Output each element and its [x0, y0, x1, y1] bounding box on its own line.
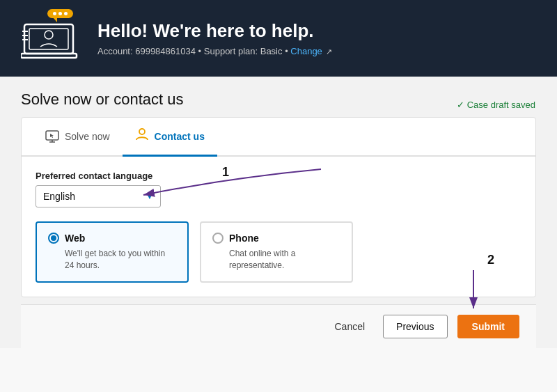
submit-button[interactable]: Submit	[457, 315, 519, 338]
tab-solve-now-label: Solve now	[65, 131, 110, 142]
language-select[interactable]: English Spanish French German Japanese	[36, 185, 161, 207]
external-link-icon: ↗	[326, 47, 332, 56]
cancel-button[interactable]: Cancel	[326, 315, 373, 338]
laptop-icon	[21, 10, 84, 66]
contact-options: Web We'll get back to you within 24 hour…	[36, 221, 521, 283]
language-select-wrapper: English Spanish French German Japanese ▼	[36, 185, 161, 207]
header-text: Hello! We're here to help. Account: 6999…	[97, 20, 332, 56]
tab-contact-us-label: Contact us	[155, 131, 205, 142]
person-icon	[135, 127, 149, 141]
account-number: Account: 699984861034	[97, 46, 196, 56]
radio-phone	[212, 233, 223, 244]
tab-solve-now[interactable]: Solve now	[33, 118, 123, 157]
speech-bubble	[47, 9, 73, 18]
contact-option-web[interactable]: Web We'll get back to you within 24 hour…	[36, 221, 189, 283]
svg-point-3	[45, 31, 53, 39]
annotation-1: 1	[222, 165, 229, 180]
monitor-icon	[45, 130, 59, 143]
change-link[interactable]: Change	[290, 46, 322, 56]
draft-saved-badge: ✓ Case draft saved	[457, 100, 535, 110]
main-card: ✓ Case draft saved Solve now	[21, 117, 536, 297]
phone-option-desc: Chat online with a representative.	[229, 248, 340, 272]
header-illustration	[21, 10, 84, 66]
web-option-title: Web	[65, 233, 85, 244]
main-content: Solve now or contact us ✓ Case draft sav…	[0, 77, 557, 348]
support-plan: Support plan: Basic	[204, 46, 283, 56]
tab-contact-us[interactable]: Contact us	[123, 118, 217, 157]
phone-option-title: Phone	[229, 233, 259, 244]
web-option-desc: We'll get back to you within 24 hours.	[65, 248, 176, 272]
account-info: Account: 699984861034 • Support plan: Ba…	[97, 46, 332, 56]
footer: 2 Cancel Previous Submit	[21, 304, 536, 348]
contact-option-phone[interactable]: Phone Chat online with a representative.	[200, 221, 353, 283]
tab-bar: Solve now Contact us	[22, 118, 535, 157]
language-label: Preferred contact language	[36, 171, 521, 181]
header-title: Hello! We're here to help.	[97, 20, 332, 42]
contact-icon	[135, 127, 149, 145]
annotation-2: 2	[487, 253, 494, 267]
svg-rect-2	[21, 54, 77, 58]
card-body: Preferred contact language English Spani…	[22, 157, 535, 297]
radio-web	[48, 233, 59, 244]
header: Hello! We're here to help. Account: 6999…	[0, 0, 557, 77]
previous-button[interactable]: Previous	[383, 315, 447, 338]
check-icon: ✓	[457, 100, 464, 110]
svg-point-10	[139, 129, 145, 134]
